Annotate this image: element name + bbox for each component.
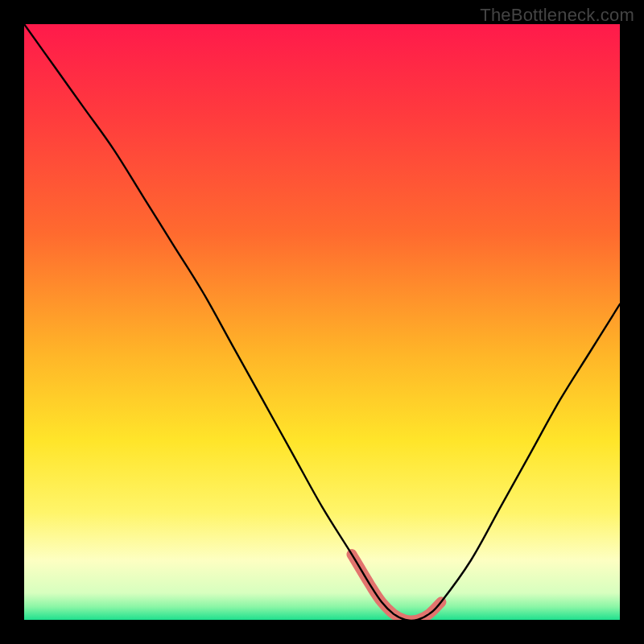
watermark-text: TheBottleneck.com	[480, 5, 634, 26]
bottleneck-chart	[24, 24, 620, 620]
chart-frame: TheBottleneck.com	[0, 0, 644, 644]
gradient-background	[24, 24, 620, 620]
plot-area	[24, 24, 620, 620]
